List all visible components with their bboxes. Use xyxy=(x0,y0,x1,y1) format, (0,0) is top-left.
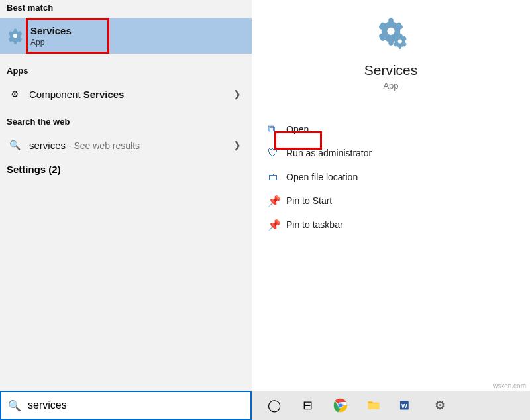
action-open[interactable]: ⧉ Open xyxy=(252,117,530,141)
app-result-component-services[interactable]: ⚙ Component Services ❯ xyxy=(0,81,252,107)
best-match-subtitle: App xyxy=(30,38,72,47)
taskbar: 🔍 ◯ ⊟ W ⚙ xyxy=(0,391,530,420)
action-run-as-administrator[interactable]: 🛡 Run as administrator xyxy=(252,141,530,165)
word-icon[interactable]: W xyxy=(399,397,415,413)
pin-start-icon: 📌 xyxy=(268,195,286,207)
detail-subtitle: App xyxy=(252,81,530,91)
app-result-label: Component Services xyxy=(29,89,233,100)
component-services-icon: ⚙ xyxy=(7,89,23,99)
taskbar-search-box[interactable]: 🔍 xyxy=(0,391,252,420)
pin-taskbar-icon: 📌 xyxy=(268,219,286,231)
action-label: Pin to Start xyxy=(286,195,332,206)
action-label: Open xyxy=(286,124,309,134)
watermark: wsxdn.com xyxy=(493,382,526,390)
best-match-header: Best match xyxy=(0,0,252,18)
services-gear-icon-large xyxy=(372,16,409,53)
best-match-result[interactable]: Services App xyxy=(0,18,252,54)
search-icon: 🔍 xyxy=(8,399,21,412)
actions-list: ⧉ Open 🛡 Run as administrator 🗀 Open fil… xyxy=(252,117,530,236)
best-match-text: Services App xyxy=(30,25,72,47)
web-header: Search the web xyxy=(0,114,252,132)
settings-gear-icon[interactable]: ⚙ xyxy=(432,397,448,413)
folder-icon: 🗀 xyxy=(268,171,286,183)
services-gear-icon xyxy=(7,27,24,44)
svg-point-6 xyxy=(339,403,343,407)
svg-text:W: W xyxy=(401,403,407,409)
action-pin-to-taskbar[interactable]: 📌 Pin to taskbar xyxy=(252,213,530,236)
svg-point-0 xyxy=(13,34,17,38)
action-label: Open file location xyxy=(286,172,358,182)
search-results-panel: Best match Services App Apps ⚙ Component… xyxy=(0,0,252,391)
apps-header: Apps xyxy=(0,63,252,81)
svg-point-2 xyxy=(398,39,402,43)
chevron-right-icon: ❯ xyxy=(233,140,241,150)
open-icon: ⧉ xyxy=(268,123,286,135)
action-label: Pin to taskbar xyxy=(286,219,343,230)
action-pin-to-start[interactable]: 📌 Pin to Start xyxy=(252,189,530,213)
admin-icon: 🛡 xyxy=(268,147,286,159)
detail-title: Services xyxy=(252,62,530,78)
web-result-label: services - See web results xyxy=(29,140,233,151)
task-view-icon[interactable]: ⊟ xyxy=(299,397,315,413)
best-match-title: Services xyxy=(30,25,72,36)
cortana-icon[interactable]: ◯ xyxy=(266,397,282,413)
chrome-icon[interactable] xyxy=(333,397,348,413)
svg-point-1 xyxy=(387,28,394,35)
app-hero-icon-wrap xyxy=(252,16,530,53)
action-open-file-location[interactable]: 🗀 Open file location xyxy=(252,165,530,189)
web-result-services[interactable]: 🔍 services - See web results ❯ xyxy=(0,132,252,158)
file-explorer-icon[interactable] xyxy=(366,397,382,413)
action-label: Run as administrator xyxy=(286,148,372,158)
search-input[interactable] xyxy=(28,399,244,411)
details-panel: Services App ⧉ Open 🛡 Run as administrat… xyxy=(252,0,530,391)
chevron-right-icon: ❯ xyxy=(233,89,241,99)
taskbar-icons: ◯ ⊟ W ⚙ xyxy=(252,397,448,413)
settings-header[interactable]: Settings (2) xyxy=(0,158,252,180)
search-icon: 🔍 xyxy=(7,140,23,150)
